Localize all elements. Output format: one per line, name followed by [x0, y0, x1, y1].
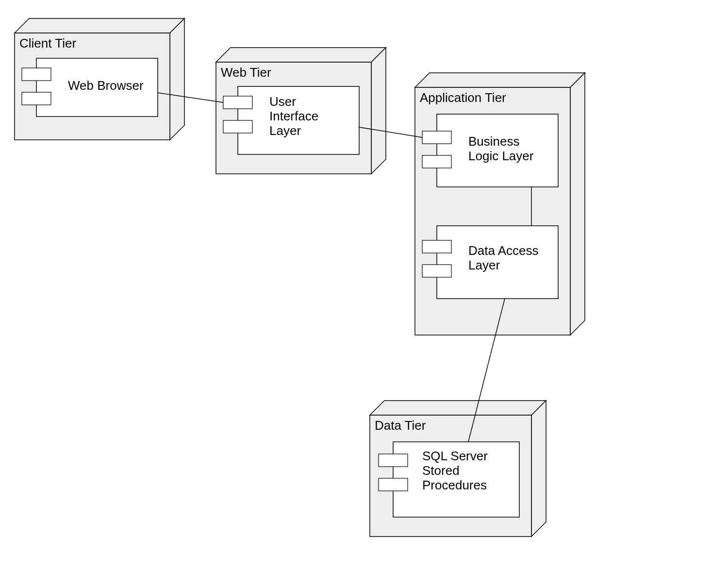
svg-marker-21 — [370, 401, 546, 415]
node-data-tier-title: Data Tier — [375, 418, 426, 433]
node-client-tier: Client Tier Web Browser — [15, 18, 184, 140]
svg-rect-26 — [379, 478, 408, 491]
svg-rect-19 — [422, 240, 451, 253]
node-data-tier: Data Tier SQL Server Stored Procedures — [370, 401, 546, 537]
svg-marker-1 — [170, 18, 184, 140]
svg-marker-6 — [216, 48, 386, 62]
svg-rect-10 — [223, 96, 252, 109]
svg-rect-25 — [379, 454, 408, 467]
deployment-diagram: Client Tier Web Browser Web Tier User In… — [0, 0, 728, 571]
svg-rect-17 — [422, 155, 451, 168]
svg-marker-12 — [415, 73, 585, 87]
svg-marker-0 — [15, 18, 184, 33]
component-data-access-layer: Data Access Layer — [422, 226, 558, 299]
svg-rect-4 — [22, 68, 51, 81]
svg-marker-13 — [570, 73, 585, 335]
node-web-tier-title: Web Tier — [221, 65, 271, 80]
node-application-tier-title: Application Tier — [420, 90, 506, 105]
svg-rect-5 — [22, 92, 51, 105]
svg-rect-11 — [223, 120, 252, 133]
component-web-browser: Web Browser — [22, 58, 158, 117]
svg-rect-16 — [422, 131, 451, 144]
node-web-tier: Web Tier User Interface Layer — [216, 48, 386, 174]
svg-rect-20 — [422, 265, 451, 277]
svg-marker-22 — [531, 401, 546, 537]
node-application-tier: Application Tier Business Logic Layer Da… — [415, 73, 585, 335]
component-business-logic-layer: Business Logic Layer — [422, 114, 558, 187]
svg-marker-7 — [371, 48, 386, 174]
node-client-tier-title: Client Tier — [19, 36, 76, 50]
component-ui-layer: User Interface Layer — [223, 86, 359, 154]
component-web-browser-label: Web Browser — [68, 78, 144, 93]
component-sql-stored-procs: SQL Server Stored Procedures — [379, 442, 519, 517]
